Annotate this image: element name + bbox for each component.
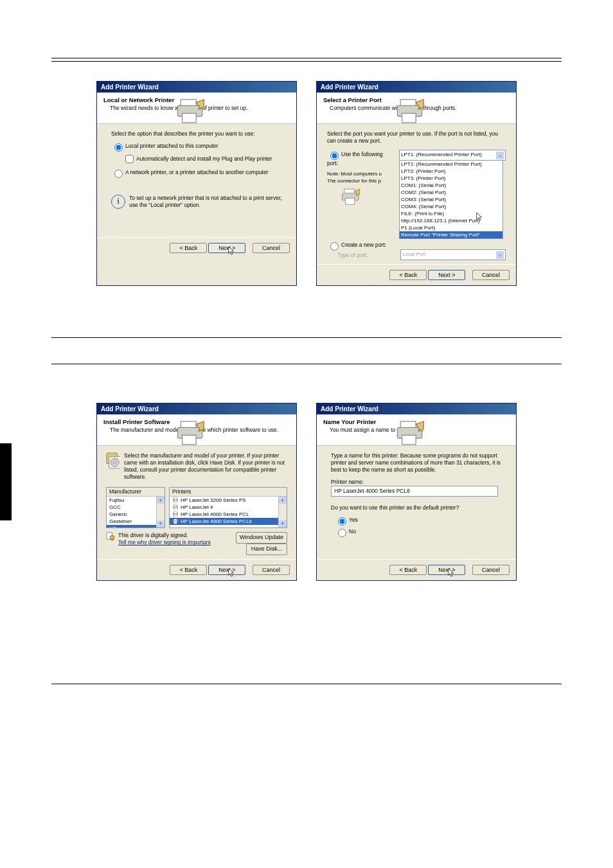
local-printer-radio[interactable]	[114, 143, 123, 152]
have-disk-button[interactable]: Have Disk...	[246, 544, 287, 555]
windows-update-button[interactable]: Windows Update	[236, 532, 287, 544]
back-button[interactable]: < Back	[389, 270, 427, 280]
printer-item-icon	[172, 518, 179, 524]
prompt-text: Select the port you want your printer to…	[327, 130, 506, 145]
scroll-up-icon[interactable]: ▴	[157, 497, 164, 504]
network-printer-radio[interactable]	[114, 170, 123, 178]
prompt-text: Select the option that describes the pri…	[111, 130, 286, 137]
next-button[interactable]: Next >	[208, 565, 245, 575]
cancel-button[interactable]: Cancel	[472, 270, 510, 280]
printers-list[interactable]: Printers HP LaserJet 3200 Series PS HP L…	[169, 487, 287, 528]
titlebar: Add Printer Wizard	[317, 403, 516, 414]
titlebar: Add Printer Wizard	[97, 403, 296, 414]
next-button[interactable]: Next >	[208, 243, 245, 253]
next-button[interactable]: Next >	[428, 565, 465, 575]
info-icon: i	[111, 195, 125, 209]
scroll-up-icon[interactable]: ▴	[279, 497, 287, 504]
scrollbar[interactable]: ▴ ▾	[278, 497, 287, 527]
note-text: Note: Most computers uThe connector for …	[327, 171, 395, 184]
printer-name-label: Printer name:	[331, 479, 506, 486]
scrollbar[interactable]: ▴ ▾	[156, 497, 164, 527]
use-port-radio[interactable]	[330, 152, 339, 160]
create-port-radio[interactable]	[330, 242, 339, 251]
titlebar: Add Printer Wizard	[317, 82, 516, 93]
printer-name-input[interactable]: HP LaserJet 4000 Series PCL6	[331, 486, 498, 497]
wizard-select-port: Add Printer Wizard Select a Printer Port…	[316, 81, 517, 286]
scroll-down-icon[interactable]: ▾	[157, 520, 164, 527]
back-button[interactable]: < Back	[170, 565, 207, 575]
next-button[interactable]: Next >	[428, 270, 465, 280]
printer-icon	[92, 96, 291, 127]
chevron-down-icon: ⌄	[496, 251, 504, 259]
signed-text: This driver is digitally signed.	[118, 532, 211, 539]
default-yes-radio[interactable]	[338, 517, 346, 526]
chevron-down-icon: ⌄	[496, 152, 504, 159]
port-type-dropdown: Local Port ⌄	[400, 249, 506, 260]
cancel-button[interactable]: Cancel	[253, 243, 290, 253]
side-tab	[0, 443, 12, 520]
disk-icon	[106, 452, 120, 469]
why-signing-link[interactable]: Tell me why driver signing is important	[118, 539, 211, 545]
default-printer-question: Do you want to use this printer as the d…	[331, 504, 506, 511]
default-no-radio[interactable]	[338, 529, 346, 537]
wizard-install-software: Add Printer Wizard Install Printer Softw…	[96, 403, 297, 581]
back-button[interactable]: < Back	[170, 243, 207, 253]
wizard-name-printer: Add Printer Wizard Name Your Printer You…	[316, 403, 517, 581]
printer-icon	[312, 418, 511, 449]
cancel-button[interactable]: Cancel	[253, 565, 290, 575]
printer-icon	[312, 96, 511, 127]
titlebar: Add Printer Wizard	[97, 82, 296, 93]
autodetect-checkbox[interactable]	[125, 155, 134, 163]
back-button[interactable]: < Back	[389, 565, 427, 575]
info-text: To set up a network printer that is not …	[129, 195, 286, 209]
scroll-down-icon[interactable]: ▾	[279, 520, 287, 527]
printer-item-icon	[172, 504, 179, 510]
printer-item-icon	[172, 497, 179, 503]
wizard-local-or-network: Add Printer Wizard Local or Network Prin…	[96, 81, 297, 286]
port-dropdown-list[interactable]: LPT1: (Recommended Printer Port) LPT2: (…	[399, 161, 503, 239]
certificate-icon	[106, 532, 115, 541]
instruction-text: Type a name for this printer. Because so…	[331, 452, 506, 474]
printer-item-icon	[172, 511, 179, 517]
port-dropdown[interactable]: LPT1: (Recommended Printer Port) ⌄	[399, 150, 506, 161]
instruction-text: Select the manufacturer and model of you…	[124, 452, 287, 481]
printer-icon	[92, 418, 291, 449]
printer-image	[340, 187, 363, 208]
cancel-button[interactable]: Cancel	[472, 565, 510, 575]
manufacturer-list[interactable]: Manufacturer Fujitsu GCC Generic Gestetn…	[106, 487, 165, 528]
type-of-port-label: Type of port:	[327, 252, 396, 259]
